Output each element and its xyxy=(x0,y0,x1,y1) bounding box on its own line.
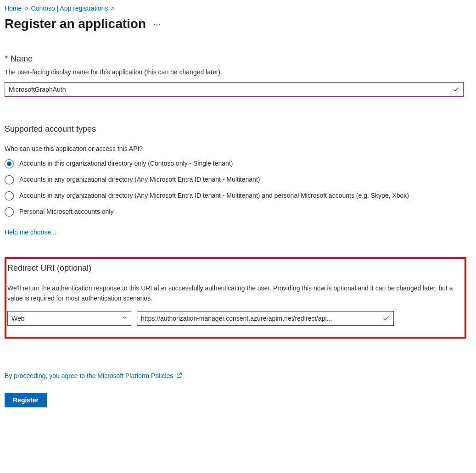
radio-personal-only[interactable]: Personal Microsoft accounts only xyxy=(5,207,471,217)
radio-label: Accounts in any organizational directory… xyxy=(19,175,260,184)
breadcrumb: Home > Contoso | App registrations > xyxy=(5,5,471,12)
redirect-uri-heading: Redirect URI (optional) xyxy=(7,263,464,273)
platform-policies-link[interactable]: By proceeding, you agree to the Microsof… xyxy=(5,372,173,379)
breadcrumb-home[interactable]: Home xyxy=(5,5,22,12)
radio-icon xyxy=(5,207,14,217)
register-button[interactable]: Register xyxy=(5,393,47,407)
radio-multitenant[interactable]: Accounts in any organizational directory… xyxy=(5,175,471,184)
breadcrumb-separator: > xyxy=(24,5,28,12)
page-title: Register an application xyxy=(5,17,146,31)
required-star-icon: * xyxy=(5,54,8,64)
radio-multitenant-personal[interactable]: Accounts in any organizational directory… xyxy=(5,191,471,200)
redirect-uri-description: We'll return the authentication response… xyxy=(7,283,462,304)
redirect-uri-highlight: Redirect URI (optional) We'll return the… xyxy=(5,257,466,339)
radio-label: Accounts in any organizational directory… xyxy=(19,191,409,200)
radio-label: Accounts in this organizational director… xyxy=(19,159,233,168)
redirect-uri-input-wrap xyxy=(137,311,394,326)
more-actions-icon[interactable]: ⋯ xyxy=(153,20,161,28)
account-types-radio-group: Accounts in this organizational director… xyxy=(5,159,471,217)
breadcrumb-separator: > xyxy=(111,5,114,12)
name-field-description: The user-facing display name for this ap… xyxy=(5,68,471,76)
chevron-down-icon xyxy=(122,315,127,322)
name-input[interactable] xyxy=(9,86,452,93)
name-input-wrap xyxy=(5,82,464,97)
redirect-uri-input[interactable] xyxy=(141,315,382,322)
radio-single-tenant[interactable]: Accounts in this organizational director… xyxy=(5,159,471,168)
name-field-label: Name xyxy=(11,54,33,64)
platform-select-value: Web xyxy=(11,315,25,322)
radio-icon xyxy=(5,191,14,200)
breadcrumb-app-registrations[interactable]: Contoso | App registrations xyxy=(31,5,108,12)
radio-label: Personal Microsoft accounts only xyxy=(19,207,113,217)
radio-icon xyxy=(5,175,14,184)
footer-divider xyxy=(5,360,476,360)
validation-checkmark-icon xyxy=(382,315,390,322)
account-types-heading: Supported account types xyxy=(5,124,471,134)
platform-select[interactable]: Web xyxy=(7,311,131,326)
validation-checkmark-icon xyxy=(452,86,459,93)
account-types-question: Who can use this application or access t… xyxy=(5,145,471,152)
radio-icon xyxy=(5,159,14,168)
help-me-choose-link[interactable]: Help me choose... xyxy=(5,228,56,236)
external-link-icon xyxy=(176,372,182,380)
